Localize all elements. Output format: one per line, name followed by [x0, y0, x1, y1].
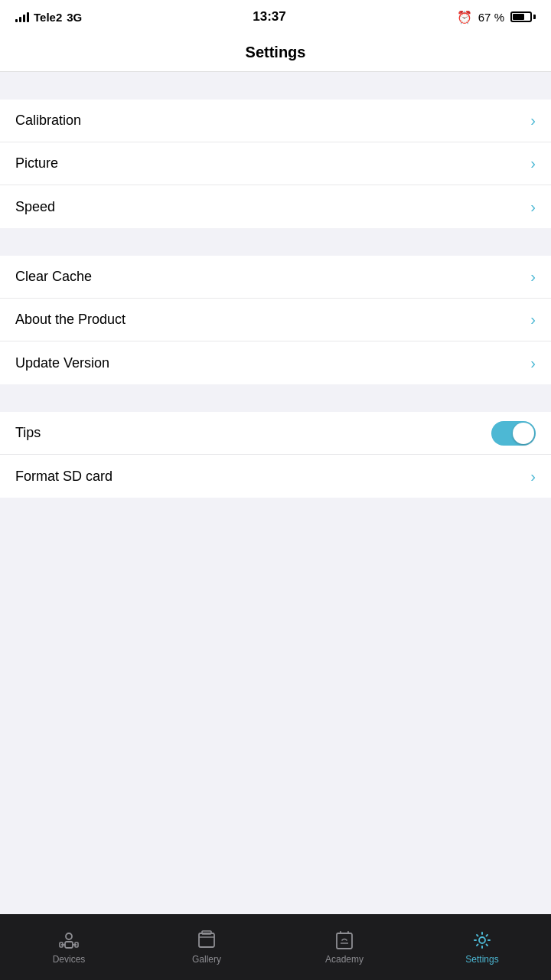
section-gap-1 — [0, 72, 551, 100]
content-spacer — [0, 498, 551, 914]
chevron-icon-about-product: › — [530, 311, 536, 328]
alarm-icon: ⏰ — [457, 10, 472, 24]
chevron-icon-clear-cache: › — [530, 268, 536, 286]
settings-item-about-product[interactable]: About the Product › — [0, 299, 551, 341]
svg-point-11 — [479, 937, 485, 943]
tips-label: Tips — [15, 425, 41, 441]
tab-item-devices[interactable]: Devices — [0, 914, 138, 980]
status-right: ⏰ 67 % — [457, 10, 536, 24]
settings-icon — [471, 929, 493, 951]
settings-item-clear-cache[interactable]: Clear Cache › — [0, 256, 551, 299]
tab-item-gallery[interactable]: Gallery — [138, 914, 276, 980]
settings-item-speed[interactable]: Speed › — [0, 185, 551, 228]
picture-label: Picture — [15, 155, 58, 172]
tips-toggle-container — [491, 421, 536, 446]
battery-icon — [510, 11, 536, 22]
chevron-icon-picture: › — [530, 155, 536, 172]
chevron-icon-format-sd: › — [530, 468, 536, 485]
svg-rect-7 — [202, 931, 211, 934]
tab-label-devices: Devices — [53, 954, 86, 965]
update-version-label: Update Version — [15, 355, 109, 371]
chevron-icon-update-version: › — [530, 354, 536, 372]
format-sd-label: Format SD card — [15, 469, 112, 485]
calibration-label: Calibration — [15, 113, 81, 129]
toggle-knob — [513, 423, 534, 444]
tab-label-academy: Academy — [325, 954, 364, 965]
status-bar: Tele2 3G 13:37 ⏰ 67 % — [0, 0, 551, 34]
section-gap-3 — [0, 384, 551, 412]
chevron-icon-calibration: › — [530, 112, 536, 129]
speed-label: Speed — [15, 199, 55, 215]
settings-item-tips[interactable]: Tips — [0, 412, 551, 455]
settings-item-picture[interactable]: Picture › — [0, 142, 551, 185]
settings-section-2: Clear Cache › About the Product › Update… — [0, 256, 551, 384]
status-left: Tele2 3G — [15, 11, 82, 24]
academy-icon — [334, 929, 355, 951]
tab-bar: Devices Gallery Academy — [0, 914, 551, 980]
clear-cache-label: Clear Cache — [15, 269, 92, 285]
svg-point-0 — [66, 933, 72, 939]
battery-percent: 67 % — [478, 11, 504, 24]
svg-rect-1 — [65, 942, 73, 948]
signal-icon — [15, 11, 29, 22]
gallery-icon — [196, 929, 217, 951]
settings-item-update-version[interactable]: Update Version › — [0, 341, 551, 384]
about-product-label: About the Product — [15, 312, 126, 328]
settings-section-3: Tips Format SD card › — [0, 412, 551, 498]
settings-section-1: Calibration › Picture › Speed › — [0, 100, 551, 228]
svg-rect-6 — [199, 933, 214, 947]
network-label: 3G — [67, 11, 82, 24]
status-time: 13:37 — [253, 9, 285, 24]
tab-item-settings[interactable]: Settings — [413, 914, 551, 980]
tab-item-academy[interactable]: Academy — [276, 914, 413, 980]
chevron-icon-speed: › — [530, 198, 536, 216]
svg-rect-9 — [337, 933, 352, 949]
settings-item-calibration[interactable]: Calibration › — [0, 100, 551, 142]
page-title-bar: Settings — [0, 34, 551, 72]
section-gap-2 — [0, 228, 551, 256]
carrier-label: Tele2 — [34, 11, 62, 24]
tab-label-gallery: Gallery — [192, 954, 221, 965]
page-title: Settings — [246, 44, 306, 61]
settings-item-format-sd[interactable]: Format SD card › — [0, 455, 551, 498]
devices-icon — [58, 929, 80, 951]
tips-toggle[interactable] — [491, 421, 536, 446]
tab-label-settings: Settings — [465, 954, 498, 965]
